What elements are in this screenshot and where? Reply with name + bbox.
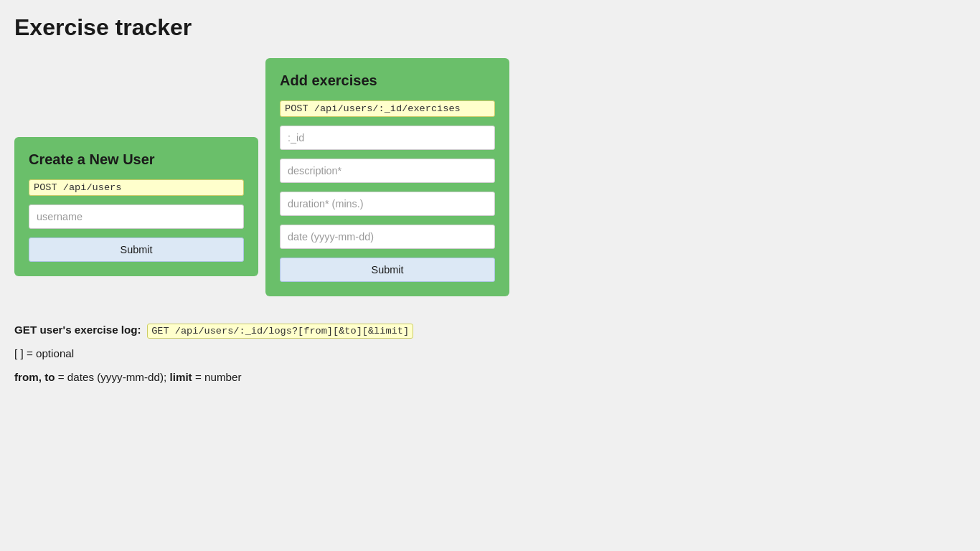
add-exercises-heading: Add exercises [280, 72, 495, 89]
add-exercises-card: Add exercises POST /api/users/:_id/exerc… [265, 58, 509, 296]
limit-bold: limit [169, 371, 192, 383]
info-section: GET user's exercise log: GET /api/users/… [14, 322, 966, 386]
add-exercises-submit-button[interactable]: Submit [280, 258, 495, 282]
from-to-bold: from, to [14, 371, 55, 383]
page-title: Exercise tracker [14, 14, 966, 41]
params-note-line: from, to = dates (yyyy-mm-dd); limit = n… [14, 369, 966, 386]
cards-container: Create a New User POST /api/users Submit… [14, 58, 966, 296]
get-log-label: GET user's exercise log: [14, 324, 141, 336]
username-input[interactable] [29, 204, 244, 229]
add-exercises-endpoint-badge: POST /api/users/:_id/exercises [280, 100, 495, 117]
get-log-badge: GET /api/users/:_id/logs?[from][&to][&li… [147, 324, 413, 339]
create-user-heading: Create a New User [29, 151, 244, 168]
id-input[interactable] [280, 126, 495, 150]
params-equals: = dates (yyyy-mm-dd); [55, 371, 170, 383]
date-input[interactable] [280, 225, 495, 249]
limit-equals: = number [192, 371, 242, 383]
create-user-endpoint-badge: POST /api/users [29, 179, 244, 196]
get-log-line: GET user's exercise log: GET /api/users/… [14, 322, 966, 339]
optional-note-line: [ ] = optional [14, 346, 966, 362]
create-user-submit-button[interactable]: Submit [29, 237, 244, 262]
description-input[interactable] [280, 159, 495, 183]
create-user-card: Create a New User POST /api/users Submit [14, 137, 258, 276]
duration-input[interactable] [280, 192, 495, 216]
